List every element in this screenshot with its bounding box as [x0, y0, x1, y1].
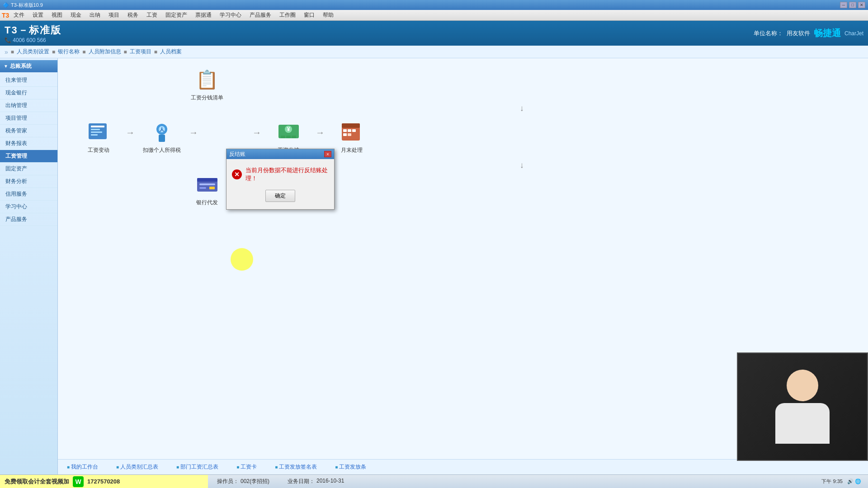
menu-product[interactable]: 产品服务	[246, 10, 275, 20]
dialog-message-text: 当前月份数据不能进行反结账处理！	[245, 166, 329, 183]
menu-ticket[interactable]: 票据通	[192, 10, 215, 20]
charjet-logo: 畅捷通	[814, 27, 841, 39]
dialog-title: 反结账	[229, 150, 245, 158]
reverse-account-dialog: 反结账 × ✕ 当前月份数据不能进行反结账处理！ 确定	[226, 149, 335, 210]
sys-icons: 🔊 🌐	[847, 479, 861, 484]
time-display: 下午 9:35	[821, 478, 842, 485]
promo-phone: 1727570208	[87, 478, 120, 485]
close-button[interactable]: ✕	[858, 2, 865, 8]
wechat-icon: W	[73, 476, 84, 487]
menu-cash[interactable]: 现金	[67, 10, 85, 20]
bread-sep-2: ■	[52, 49, 55, 55]
bread-sep-1: ■	[11, 49, 14, 55]
menu-file[interactable]: 文件	[10, 10, 28, 20]
nav-arrow-icon: »	[5, 48, 8, 56]
date-value: 2016-10-31	[316, 478, 344, 485]
bread-sep-5: ■	[154, 49, 157, 55]
restore-button[interactable]: □	[849, 2, 856, 8]
logobar: T3－标准版 📞 4006 600 566 单位名称： 用友软件 畅捷通 Cha…	[0, 21, 868, 46]
menu-fixed-assets[interactable]: 固定资产	[162, 10, 191, 20]
minimize-button[interactable]: ─	[840, 2, 847, 8]
dialog-close-button[interactable]: ×	[324, 151, 331, 157]
statusbar-right: 下午 9:35 🔊 🌐	[815, 478, 868, 485]
dialog-buttons: 确定	[265, 188, 295, 206]
operator-info: 操作员： 002(李招招)	[217, 478, 269, 485]
menu-settings[interactable]: 设置	[29, 10, 47, 20]
charjet-en: CharJet	[844, 30, 863, 37]
app-icon: 🔷	[3, 2, 9, 8]
statusbar-promo: 免费领取会计全套视频加 W 1727570208	[0, 475, 208, 488]
dialog-titlebar: 反结账 ×	[226, 149, 334, 159]
breadcrumb-item-4[interactable]: 工资项目	[130, 48, 151, 56]
dialog-ok-button[interactable]: 确定	[265, 190, 295, 202]
breadcrumb-item-3[interactable]: 人员附加信息	[89, 48, 121, 56]
company-label: 单位名称：	[754, 29, 783, 38]
menubar: T3 文件 设置 视图 现金 出纳 项目 税务 工资 固定资产 票据通 学习中心…	[0, 10, 868, 21]
menu-cashier[interactable]: 出纳	[86, 10, 104, 20]
breadcrumb-item-5[interactable]: 人员档案	[160, 48, 182, 56]
app-title: T3-标准版10.9	[11, 2, 43, 9]
menu-salary[interactable]: 工资	[143, 10, 161, 20]
titlebar-right: ─ □ ✕	[840, 2, 865, 8]
menu-window[interactable]: 窗口	[300, 10, 318, 20]
promo-text: 免费领取会计全套视频加	[5, 478, 69, 486]
breadcrumb-item-2[interactable]: 银行名称	[58, 48, 80, 56]
menu-tax[interactable]: 税务	[124, 10, 142, 20]
date-info: 业务日期： 2016-10-31	[288, 478, 344, 485]
operator-label: 操作员：	[217, 478, 239, 485]
titlebar: 🔷 T3-标准版10.9 ─ □ ✕	[0, 0, 868, 10]
menu-workspace[interactable]: 工作圈	[276, 10, 299, 20]
main-area: ▼ 总账系统 往来管理 现金银行 出纳管理 项目管理 税务管家 财务报表 工资管…	[0, 58, 868, 474]
logo-left: T3－标准版 📞 4006 600 566	[5, 23, 61, 43]
menu-learning[interactable]: 学习中心	[216, 10, 245, 20]
date-label: 业务日期：	[288, 478, 315, 485]
bread-sep-4: ■	[124, 49, 127, 55]
error-icon: ✕	[232, 169, 242, 179]
breadcrumb: » ■ 人员类别设置 ■ 银行名称 ■ 人员附加信息 ■ 工资项目 ■ 人员档案	[0, 46, 868, 58]
operator-value: 002(李招招)	[241, 478, 269, 485]
menu-project[interactable]: 项目	[105, 10, 123, 20]
menu-help[interactable]: 帮助	[319, 10, 337, 20]
menu-view[interactable]: 视图	[48, 10, 66, 20]
app-logo-title: T3－标准版	[5, 23, 61, 37]
logo-right: 单位名称： 用友软件 畅捷通 CharJet	[754, 27, 863, 39]
t3-logo: T3	[2, 12, 9, 19]
bread-sep-3: ■	[82, 49, 85, 55]
statusbar: 免费领取会计全套视频加 W 1727570208 操作员： 002(李招招) 业…	[0, 474, 868, 488]
statusbar-info: 操作员： 002(李招招) 业务日期： 2016-10-31	[208, 478, 815, 485]
dialog-content: ✕ 当前月份数据不能进行反结账处理！ 确定	[226, 159, 334, 209]
breadcrumb-item-1[interactable]: 人员类别设置	[17, 48, 49, 56]
company-name: 用友软件	[787, 29, 810, 38]
support-phone: 📞 4006 600 566	[5, 37, 61, 43]
dialog-overlay: 反结账 × ✕ 当前月份数据不能进行反结账处理！ 确定	[0, 58, 868, 474]
titlebar-left: 🔷 T3-标准版10.9	[3, 2, 43, 9]
dialog-message: ✕ 当前月份数据不能进行反结账处理！	[232, 166, 329, 183]
